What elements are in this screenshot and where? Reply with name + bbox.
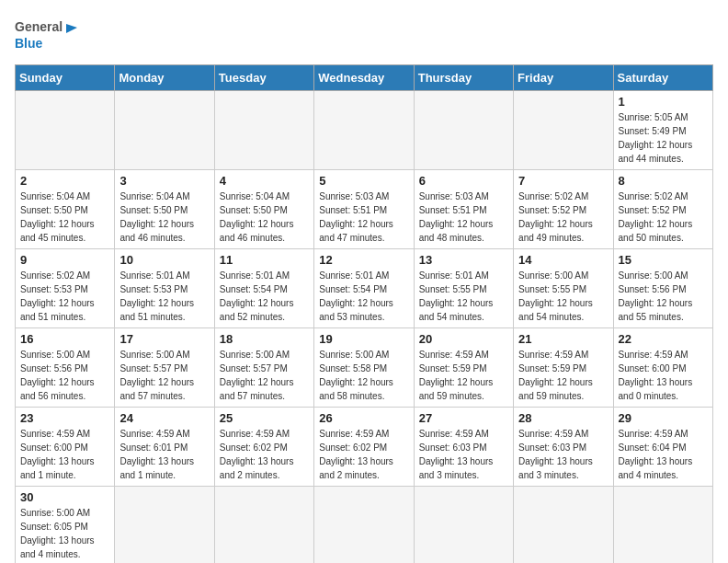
calendar-cell: 8Sunrise: 5:02 AMSunset: 5:52 PMDaylight… xyxy=(613,170,712,249)
calendar-cell: 20Sunrise: 4:59 AMSunset: 5:59 PMDayligh… xyxy=(414,328,513,408)
calendar-cell: 12Sunrise: 5:01 AMSunset: 5:54 PMDayligh… xyxy=(314,249,414,328)
calendar-cell: 3Sunrise: 5:04 AMSunset: 5:50 PMDaylight… xyxy=(115,170,214,249)
day-info: Sunrise: 5:03 AMSunset: 5:51 PMDaylight:… xyxy=(419,190,508,245)
calendar-cell: 7Sunrise: 5:02 AMSunset: 5:52 PMDaylight… xyxy=(514,170,613,249)
day-number: 24 xyxy=(119,411,209,425)
calendar-cell: 14Sunrise: 5:00 AMSunset: 5:55 PMDayligh… xyxy=(514,249,613,328)
logo-svg: General Blue xyxy=(15,15,79,55)
calendar-cell: 17Sunrise: 5:00 AMSunset: 5:57 PMDayligh… xyxy=(115,328,214,408)
day-number: 28 xyxy=(518,411,608,425)
calendar-cell xyxy=(115,487,214,564)
calendar-cell: 4Sunrise: 5:04 AMSunset: 5:50 PMDaylight… xyxy=(214,170,313,249)
day-number: 11 xyxy=(220,253,309,267)
day-info: Sunrise: 5:01 AMSunset: 5:55 PMDaylight:… xyxy=(419,269,508,324)
day-header: Saturday xyxy=(613,65,712,91)
day-header: Monday xyxy=(115,65,214,91)
day-info: Sunrise: 4:59 AMSunset: 6:01 PMDaylight:… xyxy=(119,427,209,482)
day-info: Sunrise: 5:04 AMSunset: 5:50 PMDaylight:… xyxy=(220,190,309,245)
day-header: Tuesday xyxy=(214,65,313,91)
day-number: 12 xyxy=(319,253,408,267)
day-info: Sunrise: 5:01 AMSunset: 5:54 PMDaylight:… xyxy=(319,269,408,324)
day-header: Friday xyxy=(514,65,613,91)
svg-text:General: General xyxy=(15,19,63,34)
calendar-cell xyxy=(514,487,613,564)
day-number: 20 xyxy=(419,332,508,346)
calendar-cell xyxy=(115,91,214,170)
day-info: Sunrise: 4:59 AMSunset: 6:03 PMDaylight:… xyxy=(518,427,608,482)
calendar-cell: 29Sunrise: 4:59 AMSunset: 6:04 PMDayligh… xyxy=(613,408,712,487)
calendar-week-row: 16Sunrise: 5:00 AMSunset: 5:56 PMDayligh… xyxy=(16,328,713,408)
calendar-cell: 13Sunrise: 5:01 AMSunset: 5:55 PMDayligh… xyxy=(414,249,513,328)
calendar-cell: 27Sunrise: 4:59 AMSunset: 6:03 PMDayligh… xyxy=(414,408,513,487)
day-number: 26 xyxy=(319,411,408,425)
day-number: 3 xyxy=(119,174,209,188)
day-number: 27 xyxy=(419,411,508,425)
calendar-cell: 21Sunrise: 4:59 AMSunset: 5:59 PMDayligh… xyxy=(514,328,613,408)
calendar-week-row: 9Sunrise: 5:02 AMSunset: 5:53 PMDaylight… xyxy=(16,249,713,328)
day-info: Sunrise: 5:04 AMSunset: 5:50 PMDaylight:… xyxy=(119,190,209,245)
day-header: Thursday xyxy=(414,65,513,91)
day-number: 2 xyxy=(20,174,109,188)
day-number: 18 xyxy=(220,332,309,346)
day-number: 15 xyxy=(619,253,708,267)
calendar-cell xyxy=(314,487,414,564)
day-number: 8 xyxy=(619,174,708,188)
logo: General Blue xyxy=(15,15,79,55)
calendar-week-row: 1Sunrise: 5:05 AMSunset: 5:49 PMDaylight… xyxy=(16,91,713,170)
svg-text:Blue: Blue xyxy=(15,36,43,51)
calendar-cell: 25Sunrise: 4:59 AMSunset: 6:02 PMDayligh… xyxy=(214,408,313,487)
calendar-cell: 1Sunrise: 5:05 AMSunset: 5:49 PMDaylight… xyxy=(613,91,712,170)
calendar-cell xyxy=(214,91,313,170)
day-number: 4 xyxy=(220,174,309,188)
calendar-cell xyxy=(414,487,513,564)
calendar-cell: 19Sunrise: 5:00 AMSunset: 5:58 PMDayligh… xyxy=(314,328,414,408)
day-info: Sunrise: 4:59 AMSunset: 6:00 PMDaylight:… xyxy=(619,348,708,403)
day-number: 29 xyxy=(619,411,708,425)
calendar-cell: 18Sunrise: 5:00 AMSunset: 5:57 PMDayligh… xyxy=(214,328,313,408)
svg-marker-2 xyxy=(66,18,77,33)
calendar-week-row: 30Sunrise: 5:00 AMSunset: 6:05 PMDayligh… xyxy=(16,487,713,564)
day-number: 14 xyxy=(518,253,608,267)
calendar-cell: 6Sunrise: 5:03 AMSunset: 5:51 PMDaylight… xyxy=(414,170,513,249)
calendar-cell xyxy=(414,91,513,170)
calendar-header-row: SundayMondayTuesdayWednesdayThursdayFrid… xyxy=(16,65,713,91)
day-info: Sunrise: 4:59 AMSunset: 6:03 PMDaylight:… xyxy=(419,427,508,482)
day-info: Sunrise: 5:00 AMSunset: 5:56 PMDaylight:… xyxy=(20,348,109,403)
day-number: 25 xyxy=(220,411,309,425)
calendar-cell: 26Sunrise: 4:59 AMSunset: 6:02 PMDayligh… xyxy=(314,408,414,487)
day-number: 30 xyxy=(20,490,109,504)
calendar-cell: 5Sunrise: 5:03 AMSunset: 5:51 PMDaylight… xyxy=(314,170,414,249)
day-number: 21 xyxy=(518,332,608,346)
day-info: Sunrise: 4:59 AMSunset: 5:59 PMDaylight:… xyxy=(419,348,508,403)
day-number: 23 xyxy=(20,411,109,425)
calendar-cell xyxy=(16,91,115,170)
day-info: Sunrise: 4:59 AMSunset: 6:00 PMDaylight:… xyxy=(20,427,109,482)
day-number: 9 xyxy=(20,253,109,267)
calendar-cell: 28Sunrise: 4:59 AMSunset: 6:03 PMDayligh… xyxy=(514,408,613,487)
day-number: 19 xyxy=(319,332,408,346)
calendar-cell xyxy=(214,487,313,564)
calendar-cell: 22Sunrise: 4:59 AMSunset: 6:00 PMDayligh… xyxy=(613,328,712,408)
day-number: 13 xyxy=(419,253,508,267)
day-info: Sunrise: 5:05 AMSunset: 5:49 PMDaylight:… xyxy=(619,110,708,166)
day-number: 6 xyxy=(419,174,508,188)
calendar-cell: 15Sunrise: 5:00 AMSunset: 5:56 PMDayligh… xyxy=(613,249,712,328)
day-info: Sunrise: 5:04 AMSunset: 5:50 PMDaylight:… xyxy=(20,190,109,245)
day-number: 10 xyxy=(119,253,209,267)
day-number: 5 xyxy=(319,174,408,188)
calendar-cell: 24Sunrise: 4:59 AMSunset: 6:01 PMDayligh… xyxy=(115,408,214,487)
day-info: Sunrise: 5:01 AMSunset: 5:54 PMDaylight:… xyxy=(220,269,309,324)
day-number: 22 xyxy=(619,332,708,346)
day-info: Sunrise: 5:00 AMSunset: 5:55 PMDaylight:… xyxy=(518,269,608,324)
calendar-cell: 23Sunrise: 4:59 AMSunset: 6:00 PMDayligh… xyxy=(16,408,115,487)
day-info: Sunrise: 5:00 AMSunset: 6:05 PMDaylight:… xyxy=(20,506,109,561)
day-number: 7 xyxy=(518,174,608,188)
calendar-cell xyxy=(613,487,712,564)
calendar-cell: 2Sunrise: 5:04 AMSunset: 5:50 PMDaylight… xyxy=(16,170,115,249)
day-info: Sunrise: 4:59 AMSunset: 6:02 PMDaylight:… xyxy=(319,427,408,482)
day-info: Sunrise: 5:02 AMSunset: 5:53 PMDaylight:… xyxy=(20,269,109,324)
calendar-cell: 10Sunrise: 5:01 AMSunset: 5:53 PMDayligh… xyxy=(115,249,214,328)
day-info: Sunrise: 5:03 AMSunset: 5:51 PMDaylight:… xyxy=(319,190,408,245)
day-number: 16 xyxy=(20,332,109,346)
calendar-week-row: 23Sunrise: 4:59 AMSunset: 6:00 PMDayligh… xyxy=(16,408,713,487)
